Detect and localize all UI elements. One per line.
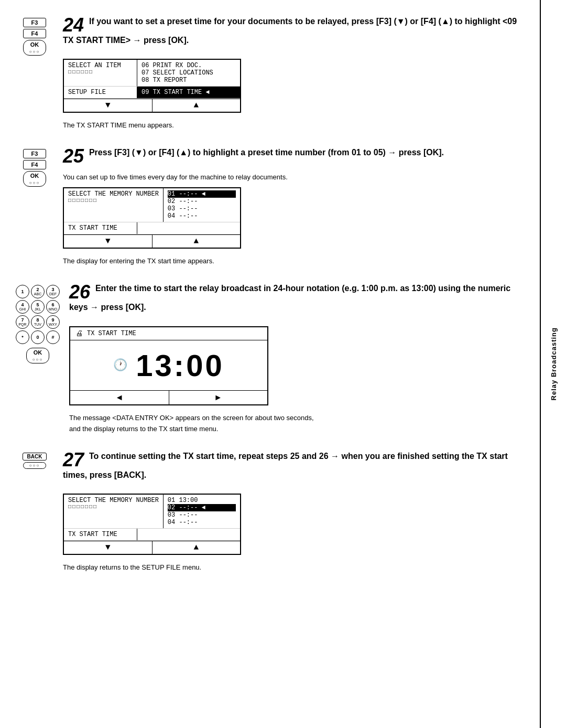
lcd25-left-bottom: TX START TIME	[64, 222, 137, 234]
lcd27-nav-down[interactable]: ▼	[64, 541, 153, 554]
key-4[interactable]: 4GHI	[16, 300, 29, 314]
back-ok-dots[interactable]: ○○○	[23, 462, 46, 469]
f4-button[interactable]: F4	[23, 29, 46, 38]
lcd-bottom-row: SETUP FILE 09 TX START TIME ◄	[64, 87, 240, 99]
step25-caption: The display for entering the TX start ti…	[63, 257, 519, 265]
step25-content: 25 Press [F3] (▼) or [F4] (▲) to highlig…	[63, 147, 519, 266]
key-8[interactable]: 8TUV	[31, 315, 45, 329]
step24-heading: 24 If you want to set a preset time for …	[63, 16, 519, 46]
page-container: F3 F4 OK ○○○ 24 If you want to set a pre…	[0, 0, 566, 728]
key-0[interactable]: 0	[31, 330, 45, 344]
step27-button-panel: BACK ○○○	[16, 451, 53, 469]
section-26: 1 2ABC 3DEF 4GHI 5JKL 6MNO 7PQR 8TUV 9WX…	[16, 283, 519, 433]
step27-heading: 27 To continue setting the TX start time…	[63, 451, 519, 481]
lcd27-left-bottom: TX START TIME	[64, 529, 137, 540]
section-24: F3 F4 OK ○○○ 24 If you want to set a pre…	[16, 16, 519, 130]
lcd-header-row: SELECT AN ITEM □□□□□□ 06 PRINT RX DOC. 0…	[64, 60, 240, 87]
numpad: 1 2ABC 3DEF 4GHI 5JKL 6MNO 7PQR 8TUV 9WX…	[16, 285, 60, 344]
f3-button-25[interactable]: F3	[23, 149, 46, 158]
lcd-nav: ▼ ▲	[64, 99, 240, 112]
tx-time-header: 🖨 TX START TIME	[70, 327, 267, 340]
lcd25-header-row: SELECT THE MEMORY NUMBER □□□□□□□ 01 --:-…	[64, 188, 240, 222]
tx-time-display: 🖨 TX START TIME 🕐 13:00 ◄ ►	[69, 326, 268, 405]
lcd25-right-items: 01 --:-- ◄ 02 --:-- 03 --:-- 04 --:--	[164, 188, 240, 222]
ok-button-26[interactable]: OK○○○	[26, 348, 49, 363]
lcd25-left-header: SELECT THE MEMORY NUMBER □□□□□□□	[64, 188, 164, 222]
step26-caption2: and the display returns to the TX start …	[69, 425, 519, 433]
tx-nav-right[interactable]: ►	[169, 391, 268, 404]
ok-button[interactable]: OK ○○○	[23, 40, 46, 56]
step26-caption1: The message <DATA ENTRY OK> appears on t…	[69, 414, 519, 422]
sidebar: Relay Broadcasting	[541, 0, 566, 728]
lcd27-right-items: 01 13:00 02 --:-- ◄ 03 --:-- 04 --:--	[164, 495, 240, 528]
tx-time-nav: ◄ ►	[70, 390, 267, 404]
key-7[interactable]: 7PQR	[16, 315, 29, 329]
lcd25-bottom-row: TX START TIME	[64, 222, 240, 234]
lcd-highlighted-item: 09 TX START TIME ◄	[137, 87, 240, 98]
ok-button-25[interactable]: OK ○○○	[23, 171, 46, 187]
step25-lcd: SELECT THE MEMORY NUMBER □□□□□□□ 01 --:-…	[63, 187, 241, 249]
step24-button-panel: F3 F4 OK ○○○	[16, 16, 53, 56]
step26-content: 26 Enter the time to start the relay bro…	[69, 283, 519, 433]
f4-button-25[interactable]: F4	[23, 160, 46, 169]
lcd27-left-header: SELECT THE MEMORY NUMBER □□□□□□□	[64, 495, 164, 528]
step27-lcd: SELECT THE MEMORY NUMBER □□□□□□□ 01 13:0…	[63, 494, 241, 555]
lcd25-nav-down[interactable]: ▼	[64, 235, 153, 248]
section-25: F3 F4 OK ○○○ 25 Press [F3] (▼) or [F4] (…	[16, 147, 519, 266]
lcd27-nav-up[interactable]: ▲	[153, 541, 241, 554]
lcd-left-bottom: SETUP FILE	[64, 87, 137, 98]
lcd-nav-down[interactable]: ▼	[64, 99, 153, 112]
back-label: BACK	[23, 453, 47, 461]
step25-sub-caption: You can set up to five times every day f…	[63, 173, 519, 181]
step25-button-panel: F3 F4 OK ○○○	[16, 147, 53, 187]
lcd27-header-row: SELECT THE MEMORY NUMBER □□□□□□□ 01 13:0…	[64, 495, 240, 529]
sidebar-label: Relay Broadcasting	[550, 327, 558, 400]
key-2[interactable]: 2ABC	[31, 285, 45, 298]
lcd27-right-bottom	[137, 529, 240, 540]
key-hash[interactable]: #	[46, 330, 60, 344]
step24-content: 24 If you want to set a preset time for …	[63, 16, 519, 130]
key-3[interactable]: 3DEF	[46, 285, 60, 298]
lcd25-highlight-item: 01 --:-- ◄	[168, 190, 236, 198]
lcd27-bottom-row: TX START TIME	[64, 529, 240, 541]
key-6[interactable]: 6MNO	[46, 300, 60, 314]
step26-heading: 26 Enter the time to start the relay bro…	[69, 283, 519, 313]
step27-caption: The display returns to the SETUP FILE me…	[63, 563, 519, 571]
lcd27-highlight: 02 --:-- ◄	[168, 504, 236, 511]
tx-time-body: 🕐 13:00	[70, 340, 267, 390]
section-27: BACK ○○○ 27 To continue setting the TX s…	[16, 451, 519, 572]
key-5[interactable]: 5JKL	[31, 300, 45, 314]
lcd25-nav: ▼ ▲	[64, 234, 240, 248]
lcd27-nav: ▼ ▲	[64, 541, 240, 554]
clock-icon: 🕐	[113, 358, 127, 372]
time-value: 13:00	[136, 348, 224, 383]
key-9[interactable]: 9WXY	[46, 315, 60, 329]
lcd25-right-bottom	[137, 222, 240, 234]
f3-button[interactable]: F3	[23, 18, 46, 27]
lcd-left-header: SELECT AN ITEM □□□□□□	[64, 60, 137, 86]
main-content: F3 F4 OK ○○○ 24 If you want to set a pre…	[0, 0, 541, 728]
step24-lcd: SELECT AN ITEM □□□□□□ 06 PRINT RX DOC. 0…	[63, 59, 241, 113]
step24-caption: The TX START TIME menu appears.	[63, 121, 519, 129]
lcd-right-items: 06 PRINT RX DOC. 07 SELECT LOCATIONS 08 …	[137, 60, 240, 86]
step26-button-panel: 1 2ABC 3DEF 4GHI 5JKL 6MNO 7PQR 8TUV 9WX…	[16, 283, 60, 363]
lcd-nav-up[interactable]: ▲	[153, 99, 241, 112]
step27-content: 27 To continue setting the TX start time…	[63, 451, 519, 572]
tx-nav-left[interactable]: ◄	[70, 391, 169, 404]
key-star[interactable]: *	[16, 330, 29, 344]
key-1[interactable]: 1	[16, 285, 29, 298]
lcd25-nav-up[interactable]: ▲	[153, 235, 241, 248]
step25-heading: 25 Press [F3] (▼) or [F4] (▲) to highlig…	[63, 147, 519, 166]
